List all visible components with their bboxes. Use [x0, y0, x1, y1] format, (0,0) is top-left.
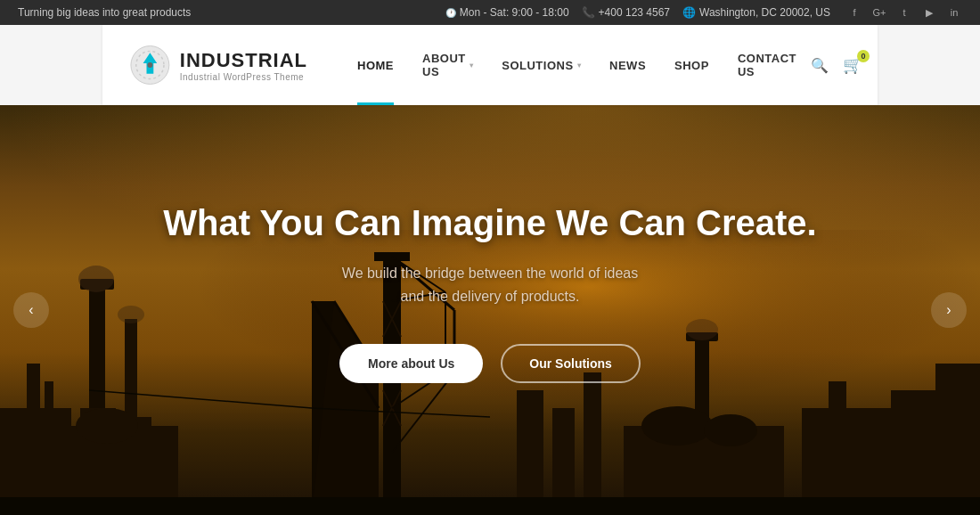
search-button[interactable]: 🔍: [811, 57, 829, 74]
svg-point-40: [704, 414, 757, 446]
nav-link-about[interactable]: ABOUT US ▾: [422, 52, 473, 78]
svg-point-45: [78, 266, 114, 292]
carousel-prev-button[interactable]: ‹: [13, 292, 49, 328]
svg-point-13: [76, 408, 138, 444]
top-bar-right: 🕐 Mon - Sat: 9:00 - 18:00 📞 +400 123 456…: [445, 4, 962, 20]
googleplus-icon[interactable]: G+: [871, 4, 887, 20]
logo-text: INDUSTRIAL Industrial WordPress Theme: [180, 49, 307, 82]
logo[interactable]: INDUSTRIAL Industrial WordPress Theme: [129, 44, 307, 86]
svg-point-2: [147, 62, 152, 68]
chevron-down-icon: ▾: [577, 61, 582, 69]
tagline-text: Turning big ideas into great products: [18, 6, 191, 19]
cart-button[interactable]: 🛒 0: [843, 55, 862, 75]
linkedin-icon[interactable]: in: [946, 4, 962, 20]
nav-item-solutions[interactable]: SOLUTIONS ▾: [487, 25, 595, 105]
navbar: INDUSTRIAL Industrial WordPress Theme HO…: [102, 25, 878, 105]
svg-rect-6: [45, 381, 53, 426]
nav-link-news[interactable]: NEWS: [609, 59, 646, 72]
twitter-icon[interactable]: t: [896, 4, 912, 20]
logo-name: INDUSTRIAL: [180, 49, 307, 72]
facebook-icon[interactable]: f: [846, 4, 862, 20]
nav-actions: 🔍 🛒 0: [811, 55, 862, 75]
carousel-next-button[interactable]: ›: [931, 292, 967, 328]
top-bar-info: 🕐 Mon - Sat: 9:00 - 18:00 📞 +400 123 456…: [445, 6, 830, 19]
svg-rect-33: [517, 390, 543, 515]
nav-link-contact[interactable]: CONTACT US: [738, 52, 796, 78]
svg-rect-5: [27, 364, 40, 426]
phone-info: 📞 +400 123 4567: [582, 6, 670, 19]
logo-sub: Industrial WordPress Theme: [180, 72, 307, 82]
top-bar-tagline: Turning big ideas into great products: [18, 6, 191, 19]
more-about-button[interactable]: More about Us: [339, 344, 483, 383]
svg-rect-50: [0, 497, 980, 515]
logo-icon: [129, 44, 171, 86]
nav-item-about[interactable]: ABOUT US ▾: [408, 25, 487, 105]
svg-rect-35: [584, 372, 601, 515]
hero-content: What You Can Imagine We Can Create. We b…: [145, 201, 834, 382]
nav-item-home[interactable]: HOME: [343, 25, 408, 105]
youtube-icon[interactable]: ▶: [921, 4, 937, 20]
clock-icon: 🕐: [445, 8, 456, 18]
svg-rect-42: [829, 381, 846, 408]
nav-item-shop[interactable]: SHOP: [660, 25, 723, 105]
top-bar: Turning big ideas into great products 🕐 …: [0, 0, 980, 25]
chevron-left-icon: ‹: [29, 302, 33, 318]
hero-subtitle: We build the bridge between the world of…: [163, 262, 816, 307]
chevron-down-icon: ▾: [470, 61, 474, 69]
svg-point-46: [118, 306, 144, 323]
schedule-info: 🕐 Mon - Sat: 9:00 - 18:00: [445, 6, 569, 19]
hero-section: What You Can Imagine We Can Create. We b…: [0, 105, 980, 515]
svg-rect-44: [935, 364, 980, 515]
nav-item-contact[interactable]: CONTACT US: [723, 25, 811, 105]
chevron-right-icon: ›: [946, 302, 951, 318]
nav-link-home[interactable]: HOME: [357, 59, 394, 72]
social-icons: f G+ t ▶ in: [846, 4, 962, 20]
search-icon: 🔍: [811, 57, 829, 74]
location-icon: 🌐: [682, 6, 696, 19]
nav-link-shop[interactable]: SHOP: [674, 59, 709, 72]
nav-menu: HOME ABOUT US ▾ SOLUTIONS ▾ NEWS: [343, 25, 811, 105]
location-info: 🌐 Washington, DC 20002, US: [682, 6, 830, 19]
phone-icon: 📞: [582, 6, 595, 19]
cart-badge: 0: [857, 50, 870, 62]
hero-title: What You Can Imagine We Can Create.: [163, 201, 816, 244]
nav-item-news[interactable]: NEWS: [595, 25, 660, 105]
nav-link-solutions[interactable]: SOLUTIONS ▾: [502, 59, 581, 72]
hero-buttons: More about Us Our Solutions: [163, 344, 816, 383]
solutions-button[interactable]: Our Solutions: [501, 344, 641, 383]
svg-point-39: [641, 406, 713, 446]
